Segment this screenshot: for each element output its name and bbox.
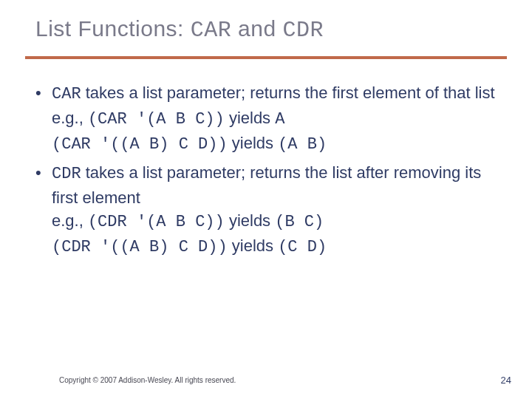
ex-mid: yields (225, 211, 275, 230)
car-example-2: (CAR '((A B) C D)) yields (A B) (52, 132, 501, 157)
ex-result: (B C) (275, 213, 324, 231)
bullet-cdr-code: CDR (52, 165, 81, 183)
ex-code: (CAR '((A B) C D)) (52, 135, 228, 154)
slide-title: List Functions: CAR and CDR (35, 16, 324, 43)
title-code-cdr: CDR (283, 18, 324, 43)
title-pre: List Functions: (35, 16, 191, 41)
bullet-list: CAR takes a list parameter; returns the … (35, 81, 501, 259)
ex-code: (CDR '(A B C)) (88, 213, 225, 231)
title-mid: and (231, 16, 282, 41)
ex-mid: yields (228, 236, 278, 255)
bullet-cdr-text: takes a list parameter; returns the list… (52, 163, 481, 207)
bullet-car-code: CAR (52, 85, 81, 103)
ex-result: (A B) (278, 135, 327, 154)
ex-result: (C D) (278, 238, 327, 256)
ex-prefix: e.g., (52, 109, 88, 127)
car-example-1: e.g., (CAR '(A B C)) yields A (52, 106, 501, 132)
ex-code: (CDR '((A B) C D)) (52, 238, 228, 256)
cdr-example-1: e.g., (CDR '(A B C)) yields (B C) (52, 209, 501, 234)
bullet-cdr: CDR takes a list parameter; returns the … (35, 161, 501, 260)
bullet-car: CAR takes a list parameter; returns the … (35, 81, 501, 157)
slide: List Functions: CAR and CDR CAR takes a … (0, 0, 532, 399)
ex-result: A (275, 110, 284, 129)
copyright-footer: Copyright © 2007 Addison-Wesley. All rig… (59, 376, 236, 384)
title-code-car: CAR (191, 18, 232, 43)
bullet-car-text: takes a list parameter; returns the firs… (81, 83, 495, 102)
page-number: 24 (501, 375, 511, 386)
ex-code: (CAR '(A B C)) (88, 110, 225, 129)
ex-mid: yields (228, 134, 278, 152)
ex-mid: yields (225, 109, 275, 127)
ex-prefix: e.g., (52, 211, 88, 230)
slide-body: CAR takes a list parameter; returns the … (35, 81, 501, 264)
title-underline (25, 56, 507, 59)
cdr-example-2: (CDR '((A B) C D)) yields (C D) (52, 234, 501, 259)
